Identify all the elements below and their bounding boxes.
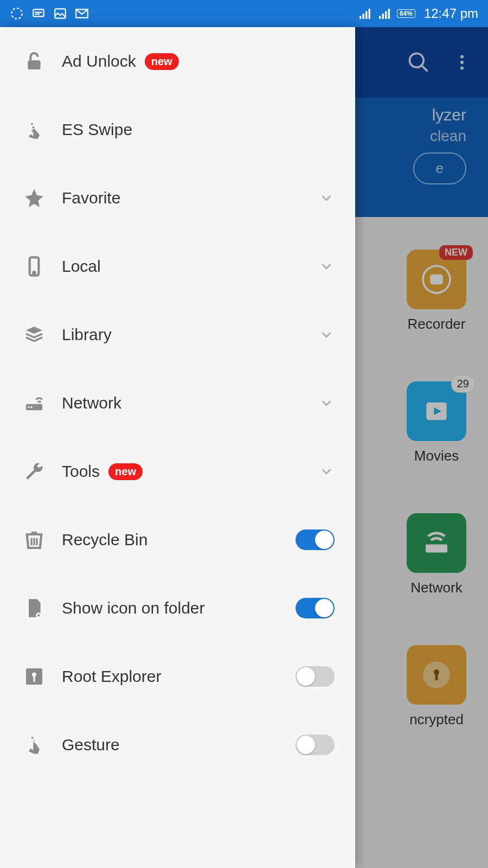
drawer-item-es-swipe[interactable]: ES Swipe [0, 95, 355, 164]
svg-point-24 [33, 272, 35, 273]
lock-open-icon [23, 50, 46, 73]
drawer-item-label: Library [62, 326, 112, 344]
drawer-item-tools[interactable]: Tools new [0, 437, 355, 506]
file-eye-icon [23, 597, 46, 620]
key-square-icon [23, 665, 46, 688]
status-left [10, 7, 89, 21]
svg-rect-3 [359, 16, 361, 19]
chevron-down-icon [318, 395, 335, 411]
trash-icon [23, 528, 46, 551]
drawer-item-label: Show icon on folder [62, 599, 205, 617]
drawer-item-label: Tools [62, 462, 100, 481]
battery-indicator: 64% [397, 9, 415, 18]
wrench-icon [23, 460, 46, 483]
navigation-drawer: Ad Unlock new ES Swipe Favorite Local [0, 27, 355, 868]
chevron-down-icon [318, 190, 335, 206]
drawer-item-network[interactable]: Network [0, 369, 355, 437]
svg-point-29 [37, 614, 40, 616]
drawer-item-library[interactable]: Library [0, 301, 355, 369]
svg-rect-32 [33, 676, 35, 682]
svg-rect-6 [368, 9, 370, 19]
notification-ring-icon [10, 7, 24, 21]
svg-rect-22 [28, 60, 40, 69]
swipe-icon [23, 118, 46, 141]
drawer-item-show-icon[interactable]: Show icon on folder [0, 574, 355, 642]
drawer-item-label: Gesture [62, 736, 120, 754]
toggle-recycle-bin[interactable] [296, 529, 335, 550]
status-bar: 64% 12:47 pm [0, 0, 488, 27]
chevron-down-icon [318, 327, 335, 343]
svg-point-31 [32, 673, 36, 677]
drawer-item-label: Network [62, 394, 121, 412]
drawer-item-root-explorer[interactable]: Root Explorer [0, 642, 355, 711]
mail-icon [75, 7, 89, 21]
svg-point-26 [28, 406, 29, 408]
router-icon [23, 392, 46, 414]
drawer-item-local[interactable]: Local [0, 232, 355, 301]
status-right: 64% 12:47 pm [358, 6, 478, 21]
drawer-item-label: Recycle Bin [62, 531, 147, 549]
message-icon [31, 7, 46, 21]
svg-rect-8 [382, 14, 383, 19]
svg-point-0 [11, 8, 22, 19]
signal-2-icon [377, 7, 391, 21]
signal-1-icon [358, 7, 372, 21]
gesture-icon [23, 733, 46, 756]
drawer-item-favorite[interactable]: Favorite [0, 164, 355, 232]
toggle-root-explorer[interactable] [296, 666, 335, 687]
chevron-down-icon [318, 258, 335, 275]
svg-rect-5 [365, 11, 367, 19]
toggle-gesture[interactable] [296, 735, 335, 755]
chevron-down-icon [318, 463, 335, 480]
drawer-item-ad-unlock[interactable]: Ad Unlock new [0, 27, 355, 95]
svg-rect-7 [379, 16, 381, 19]
clock: 12:47 pm [424, 6, 478, 21]
drawer-item-label: Ad Unlock [62, 52, 136, 71]
svg-rect-10 [388, 9, 389, 19]
svg-point-27 [30, 406, 32, 408]
drawer-item-gesture[interactable]: Gesture [0, 711, 355, 779]
drawer-item-label: ES Swipe [62, 120, 132, 139]
svg-rect-4 [362, 14, 364, 19]
drawer-item-label: Local [62, 257, 101, 276]
new-badge: new [108, 463, 143, 480]
drawer-item-label: Favorite [62, 189, 120, 207]
layers-icon [23, 323, 46, 346]
star-icon [23, 187, 46, 209]
drawer-item-label: Root Explorer [62, 667, 161, 686]
drawer-item-recycle-bin[interactable]: Recycle Bin [0, 506, 355, 574]
toggle-show-icon[interactable] [296, 598, 335, 618]
svg-rect-9 [385, 11, 387, 19]
image-icon [53, 7, 67, 21]
phone-icon [23, 255, 46, 278]
new-badge: new [145, 53, 179, 70]
